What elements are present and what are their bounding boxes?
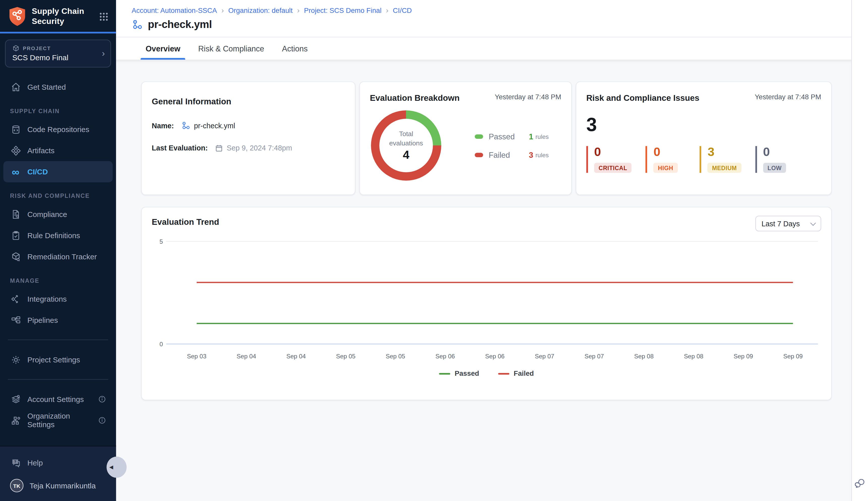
nav-section-supply-chain: SUPPLY CHAIN bbox=[0, 97, 116, 119]
severity-medium: 3 MEDIUM bbox=[700, 146, 741, 173]
home-icon bbox=[10, 82, 21, 92]
sidebar-item-remediation-tracker[interactable]: Remediation Tracker bbox=[0, 246, 116, 267]
severity-badge: HIGH bbox=[653, 163, 678, 173]
sidebar: Supply Chain Security bbox=[0, 0, 116, 501]
passed-swatch bbox=[475, 134, 483, 139]
legend-label: Failed bbox=[514, 370, 534, 377]
compliance-document-icon bbox=[10, 209, 21, 219]
nav-section-risk-and-compliance: RISK AND COMPLIANCE bbox=[0, 182, 116, 203]
breadcrumb-module[interactable]: CI/CD bbox=[393, 6, 412, 14]
severity-badge: CRITICAL bbox=[594, 163, 632, 173]
last-evaluation-label: Last Evaluation: bbox=[152, 144, 208, 152]
svg-text:Sep 08: Sep 08 bbox=[634, 353, 653, 360]
name-label: Name: bbox=[152, 121, 174, 130]
severity-row: 0 CRITICAL 0 HIGH 3 MEDIUM 0 bbox=[586, 146, 821, 173]
page-header: Account: Automation-SSCA Organization: d… bbox=[116, 0, 851, 37]
sidebar-nav: Get Started SUPPLY CHAIN Code Repositori… bbox=[0, 67, 116, 446]
sidebar-bottom: ? Help TK Teja Kummarikuntla bbox=[0, 446, 116, 501]
svg-text:Sep 06: Sep 06 bbox=[485, 353, 505, 360]
nav-section-manage: MANAGE bbox=[0, 267, 116, 288]
project-cube-icon bbox=[12, 45, 20, 52]
tab-actions[interactable]: Actions bbox=[280, 37, 310, 60]
trend-legend-item-passed[interactable]: Passed bbox=[439, 370, 479, 377]
risk-timestamp: Yesterday at 7:48 PM bbox=[755, 93, 821, 101]
legend-row-passed: Passed 1 rules bbox=[475, 132, 549, 141]
sidebar-item-artifacts[interactable]: Artifacts bbox=[0, 140, 116, 161]
project-name: SCS Demo Final bbox=[12, 53, 102, 62]
sidebar-item-get-started[interactable]: Get Started bbox=[0, 76, 116, 97]
gear-icon bbox=[10, 354, 21, 365]
sidebar-item-code-repositories[interactable]: Code Repositories bbox=[0, 119, 116, 140]
severity-badge: MEDIUM bbox=[708, 163, 741, 173]
user-name: Teja Kummarikuntla bbox=[30, 481, 96, 490]
last-evaluation-value: Sep 9, 2024 7:48pm bbox=[215, 144, 292, 152]
evaluation-breakdown-card: Evaluation Breakdown Yesterday at 7:48 P… bbox=[359, 82, 572, 195]
chevron-right-icon bbox=[221, 6, 224, 14]
integrations-icon bbox=[10, 294, 21, 304]
sidebar-item-compliance[interactable]: Compliance bbox=[0, 203, 116, 225]
svg-text:Sep 09: Sep 09 bbox=[734, 353, 753, 360]
trend-legend-item-failed[interactable]: Failed bbox=[498, 370, 534, 377]
app-switcher-icon[interactable] bbox=[100, 12, 108, 21]
general-information-card: General Information Name: pr- bbox=[141, 82, 355, 195]
sidebar-item-account-settings[interactable]: Account Settings bbox=[0, 388, 116, 410]
card-title: Risk and Compliance Issues bbox=[586, 93, 699, 103]
sidebar-item-help[interactable]: ? Help bbox=[0, 452, 116, 473]
passed-count: 1 bbox=[529, 132, 533, 141]
sidebar-accent-bar bbox=[0, 32, 116, 33]
total-issues-value: 3 bbox=[586, 115, 821, 134]
sidebar-item-pipelines[interactable]: Pipelines bbox=[0, 309, 116, 331]
sidebar-item-integrations[interactable]: Integrations bbox=[0, 288, 116, 309]
severity-count: 3 bbox=[708, 146, 741, 159]
time-range-select[interactable]: Last 7 Days bbox=[755, 216, 821, 231]
card-title: General Information bbox=[152, 97, 345, 106]
info-icon[interactable] bbox=[98, 395, 106, 403]
svg-text:Sep 09: Sep 09 bbox=[783, 353, 803, 360]
user-avatar: TK bbox=[10, 479, 23, 492]
name-value: pr-check.yml bbox=[181, 121, 235, 130]
sidebar-divider bbox=[8, 340, 108, 340]
sidebar-collapse-handle[interactable] bbox=[107, 457, 127, 478]
svg-text:5: 5 bbox=[159, 238, 163, 245]
sidebar-divider bbox=[8, 379, 108, 380]
content: General Information Name: pr- bbox=[116, 60, 851, 501]
breadcrumb-organization[interactable]: Organization: default bbox=[228, 6, 293, 14]
tab-risk-compliance[interactable]: Risk & Compliance bbox=[197, 37, 266, 60]
svg-text:Sep 07: Sep 07 bbox=[585, 353, 604, 360]
sidebar-item-project-settings[interactable]: Project Settings bbox=[0, 349, 116, 370]
svg-text:?: ? bbox=[14, 459, 16, 463]
sidebar-item-organization-settings[interactable]: Organization Settings bbox=[0, 410, 116, 431]
total-evaluations-value: 4 bbox=[403, 148, 409, 161]
evaluation-breakdown-donut: Totalevaluations 4 bbox=[371, 110, 441, 181]
chevron-right-icon bbox=[102, 49, 105, 58]
info-icon[interactable] bbox=[98, 417, 106, 424]
svg-text:Sep 03: Sep 03 bbox=[187, 353, 206, 360]
sidebar-header: Supply Chain Security bbox=[0, 0, 116, 32]
sidebar-item-cicd[interactable]: CI/CD bbox=[3, 161, 113, 182]
chevron-down-icon bbox=[810, 220, 816, 225]
tab-overview[interactable]: Overview bbox=[144, 37, 182, 60]
evaluation-trend-chart: 50Sep 03Sep 04Sep 04Sep 05Sep 05Sep 06Se… bbox=[152, 234, 822, 373]
sidebar-user[interactable]: TK Teja Kummarikuntla bbox=[0, 473, 116, 498]
app-title: Supply Chain Security bbox=[32, 7, 94, 26]
clipboard-check-icon bbox=[10, 230, 21, 241]
project-label: PROJECT bbox=[23, 45, 51, 51]
remediation-box-icon bbox=[10, 251, 21, 262]
legend-line-swatch bbox=[439, 373, 450, 374]
svg-text:Sep 07: Sep 07 bbox=[535, 353, 554, 360]
chat-support-icon[interactable] bbox=[854, 478, 866, 489]
artifacts-icon bbox=[10, 145, 21, 156]
severity-high: 0 HIGH bbox=[646, 146, 686, 173]
supply-chain-security-logo-icon bbox=[8, 6, 27, 27]
project-selector[interactable]: PROJECT SCS Demo Final bbox=[5, 40, 111, 67]
sidebar-item-rule-definitions[interactable]: Rule Definitions bbox=[0, 225, 116, 246]
infinity-cicd-icon bbox=[10, 166, 21, 177]
pipelines-icon bbox=[10, 315, 21, 326]
svg-text:0: 0 bbox=[159, 341, 163, 348]
breadcrumb-account[interactable]: Account: Automation-SSCA bbox=[132, 6, 217, 14]
legend-row-failed: Failed 3 rules bbox=[475, 150, 549, 159]
help-chat-icon: ? bbox=[10, 457, 21, 468]
svg-text:Sep 04: Sep 04 bbox=[237, 353, 256, 360]
evaluation-timestamp: Yesterday at 7:48 PM bbox=[495, 93, 561, 101]
breadcrumb-project[interactable]: Project: SCS Demo Final bbox=[304, 6, 381, 14]
